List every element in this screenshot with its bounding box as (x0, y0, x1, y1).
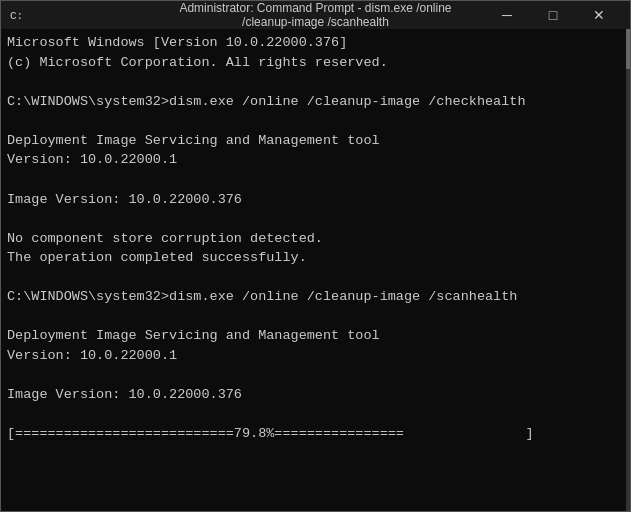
svg-text:C:: C: (10, 10, 23, 22)
maximize-button[interactable]: □ (530, 1, 576, 29)
title-bar: C: Administrator: Command Prompt - dism.… (1, 1, 630, 29)
minimize-button[interactable]: ─ (484, 1, 530, 29)
terminal-body[interactable]: Microsoft Windows [Version 10.0.22000.37… (1, 29, 630, 511)
close-button[interactable]: ✕ (576, 1, 622, 29)
title-bar-controls: ─ □ ✕ (484, 1, 622, 29)
scrollbar-thumb[interactable] (626, 29, 630, 69)
scrollbar[interactable] (626, 29, 630, 511)
terminal-output: Microsoft Windows [Version 10.0.22000.37… (7, 33, 624, 444)
cmd-icon: C: (9, 7, 25, 23)
title-bar-text: Administrator: Command Prompt - dism.exe… (158, 1, 473, 29)
command-prompt-window: C: Administrator: Command Prompt - dism.… (0, 0, 631, 512)
